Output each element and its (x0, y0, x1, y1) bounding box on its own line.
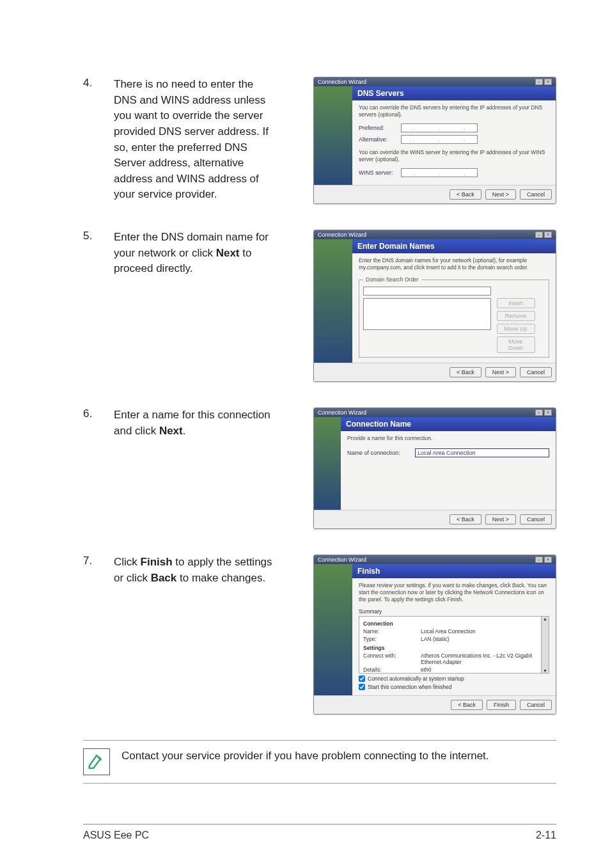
step-4-text: There is no need to enter the DNS and WI… (114, 78, 269, 200)
close-icon[interactable]: × (544, 409, 552, 416)
screenshot-domain: Connection Wizard – × Enter Domain Names… (313, 230, 556, 382)
domain-input[interactable] (363, 287, 491, 296)
dialog-header: Finish (352, 564, 556, 578)
movedown-button[interactable]: Move Down (497, 336, 535, 353)
cancel-button[interactable]: Cancel (520, 514, 552, 525)
window-title: Connection Wizard (318, 232, 366, 238)
minimize-icon[interactable]: – (535, 556, 543, 563)
finish-button[interactable]: Finish (487, 700, 516, 710)
window-controls: – × (535, 556, 552, 563)
conn-heading: Connection (363, 620, 545, 627)
dialog-desc: Please review your settings. If you want… (359, 582, 549, 603)
domain-fieldset: Domain Search Order Insert Remove Move U… (359, 276, 549, 358)
screenshot-finish: Connection Wizard – × Finish Please revi… (313, 555, 556, 714)
connectwith-k: Connect with: (363, 652, 414, 665)
screenshot-dns: Connection Wizard – × DNS Servers You ca… (313, 77, 556, 204)
next-button[interactable]: Next > (485, 189, 516, 200)
step-6: 6. Enter a name for this connection and … (83, 407, 556, 529)
page-content: 4. There is no need to enter the DNS and… (83, 77, 556, 784)
step-7: 7. Click Finish to apply the settings or… (83, 555, 556, 714)
window-controls: – × (535, 409, 552, 416)
minimize-icon[interactable]: – (535, 409, 543, 416)
dialog-desc: Provide a name for this connection. (347, 435, 549, 442)
chk-autostart-label: Connect automatically at system startup (368, 675, 464, 682)
wizard-side-image (314, 564, 352, 695)
footer-right: 2-11 (536, 830, 556, 841)
minimize-icon[interactable]: – (535, 79, 543, 85)
step-number: 4. (83, 77, 114, 90)
note-text: Contact your service provider if you hav… (121, 748, 556, 764)
screenshot-connname: Connection Wizard – × Connection Name Pr… (313, 407, 556, 529)
cancel-button[interactable]: Cancel (520, 189, 552, 200)
details-v: eth0 (421, 667, 432, 673)
step-number: 7. (83, 555, 114, 567)
step-7-text-c: to make changes. (176, 572, 265, 584)
page-footer: ASUS Eee PC 2-11 (83, 824, 556, 841)
fieldset-legend: Domain Search Order (363, 276, 421, 283)
insert-button[interactable]: Insert (497, 298, 535, 308)
chk-autostart[interactable] (359, 675, 365, 682)
wizard-side-image (314, 417, 341, 510)
step-7-bold2: Back (151, 572, 177, 584)
window-title: Connection Wizard (318, 79, 366, 85)
cancel-button[interactable]: Cancel (520, 367, 552, 377)
step-number: 6. (83, 407, 114, 420)
step-5: 5. Enter the DNS domain name for your ne… (83, 230, 556, 382)
name-v: Local Area Connection (421, 628, 476, 635)
dialog-desc2: You can override the WINS server by ente… (359, 149, 549, 163)
remove-button[interactable]: Remove (497, 311, 535, 321)
preferred-input[interactable]: ... (401, 123, 478, 132)
step-text: Enter a name for this connection and cli… (114, 407, 285, 439)
scrollbar[interactable] (541, 617, 549, 673)
wizard-side-image (314, 239, 352, 363)
chk-startnow[interactable] (359, 684, 365, 690)
dialog-titlebar: Connection Wizard – × (314, 230, 556, 239)
next-button[interactable]: Next > (485, 514, 516, 525)
note-block: Contact your service provider if you hav… (83, 740, 556, 784)
step-text: There is no need to enter the DNS and WI… (114, 77, 285, 203)
wins-label: WINS server: (359, 170, 397, 176)
dialog-connname: Connection Wizard – × Connection Name Pr… (313, 407, 556, 529)
summary-label: Summary (359, 608, 549, 615)
window-controls: – × (535, 79, 552, 85)
summary-box: Connection Name:Local Area Connection Ty… (359, 616, 549, 674)
note-icon (83, 748, 110, 775)
back-button[interactable]: < Back (450, 189, 481, 200)
cancel-button[interactable]: Cancel (520, 700, 552, 710)
type-k: Type: (363, 636, 414, 642)
step-7-text-a: Click (114, 556, 141, 568)
step-6-bold: Next (159, 425, 183, 437)
footer-left: ASUS Eee PC (83, 830, 149, 841)
back-button[interactable]: < Back (450, 367, 481, 377)
step-text: Click Finish to apply the settings or cl… (114, 555, 285, 586)
connname-input[interactable] (415, 448, 549, 457)
close-icon[interactable]: × (544, 556, 552, 563)
step-5-bold: Next (216, 247, 240, 259)
alternative-input[interactable]: ... (401, 135, 478, 144)
dialog-desc: Enter the DNS domain names for your netw… (359, 257, 549, 271)
name-k: Name: (363, 628, 414, 635)
minimize-icon[interactable]: – (535, 232, 543, 238)
step-6-text-a: Enter a name for this connection and cli… (114, 409, 270, 437)
next-button[interactable]: Next > (485, 367, 516, 377)
dialog-header: Connection Name (341, 417, 556, 431)
connname-label: Name of connection: (347, 450, 411, 456)
dialog-header: DNS Servers (352, 86, 556, 100)
step-4: 4. There is no need to enter the DNS and… (83, 77, 556, 204)
details-k: Details: (363, 667, 414, 673)
wizard-side-image (314, 86, 352, 185)
dialog-finish: Connection Wizard – × Finish Please revi… (313, 555, 556, 714)
back-button[interactable]: < Back (451, 700, 483, 710)
preferred-label: Preferred: (359, 125, 397, 131)
wins-input[interactable]: ... (401, 168, 478, 177)
dialog-desc: You can override the DNS servers by ente… (359, 104, 549, 118)
back-button[interactable]: < Back (450, 514, 481, 525)
dialog-titlebar: Connection Wizard – × (314, 408, 556, 417)
domain-listbox[interactable] (363, 298, 491, 330)
close-icon[interactable]: × (544, 232, 552, 238)
step-6-text-b: . (183, 425, 186, 437)
moveup-button[interactable]: Move Up (497, 324, 535, 334)
chk-startnow-label: Start this connection when finished (368, 684, 451, 690)
close-icon[interactable]: × (544, 79, 552, 85)
type-v: LAN (static) (421, 636, 449, 642)
